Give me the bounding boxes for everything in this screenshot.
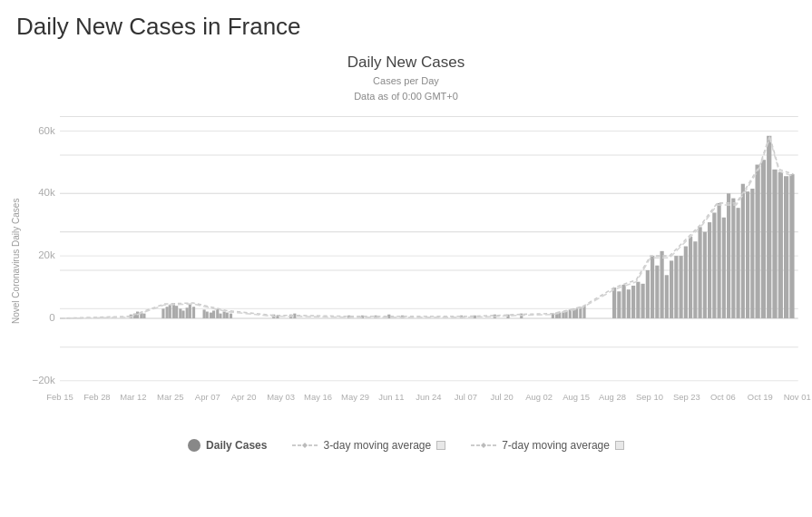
svg-rect-94 [651,256,654,318]
svg-rect-105 [703,232,707,318]
svg-rect-85 [582,306,585,318]
svg-rect-120 [778,172,783,318]
svg-rect-86 [612,288,616,318]
svg-text:40k: 40k [38,187,55,198]
svg-rect-97 [665,275,669,318]
svg-marker-124 [302,443,308,448]
svg-text:May 16: May 16 [304,392,332,402]
svg-text:Feb 15: Feb 15 [46,392,73,402]
svg-text:Sep 10: Sep 10 [636,392,663,402]
svg-text:Apr 20: Apr 20 [231,392,257,402]
svg-rect-91 [636,282,640,318]
svg-rect-59 [223,312,226,318]
svg-rect-112 [737,208,740,318]
svg-text:Aug 15: Aug 15 [563,392,590,402]
y-axis-label: Novel Coronavirus Daily Cases [9,107,22,434]
svg-rect-107 [712,212,716,317]
svg-rect-116 [756,165,760,318]
svg-rect-92 [641,284,645,318]
svg-rect-103 [693,241,697,318]
svg-rect-49 [181,310,184,317]
svg-text:Mar 12: Mar 12 [120,392,146,402]
svg-rect-100 [680,256,683,318]
svg-rect-96 [660,251,664,318]
svg-rect-42 [142,314,145,318]
svg-text:Apr 07: Apr 07 [195,392,220,402]
svg-rect-122 [789,174,794,318]
svg-rect-61 [230,314,232,318]
chart-area: Novel Coronavirus Daily Cases [9,107,803,434]
svg-text:Jun 11: Jun 11 [378,392,404,402]
chart-svg: 60k 40k 20k 0 −20k Feb 15 Feb 28 Mar 12 … [22,107,803,434]
svg-text:Jul 07: Jul 07 [455,392,477,402]
legend-7day-icon [471,440,496,451]
svg-rect-83 [575,308,578,318]
svg-text:Sep 23: Sep 23 [673,392,700,402]
svg-rect-109 [722,218,726,318]
svg-text:Jun 24: Jun 24 [416,392,441,402]
svg-rect-98 [670,260,673,318]
svg-rect-50 [186,307,189,318]
svg-text:60k: 60k [38,125,55,136]
subtitle-line2: Data as of 0:00 GMT+0 [354,91,458,102]
svg-rect-99 [674,256,678,318]
svg-rect-52 [192,307,195,318]
svg-rect-56 [212,310,215,317]
svg-rect-43 [161,308,164,318]
legend-3day: 3-day moving average [292,439,445,452]
svg-text:Oct 06: Oct 06 [710,392,736,402]
svg-rect-58 [219,314,221,318]
legend-7day-label: 7-day moving average [502,439,610,452]
svg-rect-48 [179,308,181,318]
legend-3day-icon [292,440,318,451]
svg-text:0: 0 [49,312,54,323]
legend-3day-square [436,441,445,450]
svg-text:−20k: −20k [32,375,55,385]
legend-7day-square [615,441,624,450]
legend-container: Daily Cases 3-day moving average 7-day m… [9,434,803,455]
svg-rect-57 [216,308,219,318]
chart-subtitle: Cases per Day Data as of 0:00 GMT+0 [9,73,803,103]
svg-rect-114 [746,191,749,318]
svg-rect-45 [169,305,171,318]
svg-text:Nov 01: Nov 01 [784,392,811,402]
svg-rect-95 [655,266,659,318]
svg-rect-90 [631,286,635,318]
legend-daily-cases: Daily Cases [188,439,267,452]
svg-text:Feb 28: Feb 28 [83,392,110,402]
svg-rect-60 [226,313,229,318]
svg-rect-104 [699,227,702,318]
svg-rect-121 [784,176,788,318]
svg-rect-47 [175,306,178,318]
svg-rect-88 [622,285,626,318]
svg-text:Jul 20: Jul 20 [491,392,514,402]
svg-rect-93 [646,270,650,318]
svg-rect-101 [684,247,688,318]
svg-rect-53 [203,309,206,318]
svg-rect-119 [772,170,777,318]
legend-daily-cases-label: Daily Cases [206,439,267,452]
svg-rect-87 [617,291,621,318]
chart-title: Daily New Cases [9,46,803,73]
svg-text:May 03: May 03 [267,392,295,402]
svg-rect-44 [166,307,169,318]
svg-rect-89 [627,289,631,318]
page-title: Daily New Cases in France [0,0,812,46]
subtitle-line1: Cases per Day [373,75,439,86]
svg-rect-113 [741,184,745,318]
svg-rect-118 [767,136,771,318]
chart-container: Daily New Cases Cases per Day Data as of… [0,46,812,491]
svg-text:Aug 28: Aug 28 [599,392,626,402]
svg-rect-106 [708,222,711,318]
svg-rect-115 [750,189,754,318]
chart-inner: 60k 40k 20k 0 −20k Feb 15 Feb 28 Mar 12 … [22,107,803,434]
svg-text:20k: 20k [38,249,55,260]
svg-rect-117 [761,160,766,318]
svg-text:Oct 19: Oct 19 [748,392,773,402]
svg-text:Aug 02: Aug 02 [525,392,553,402]
legend-7day: 7-day moving average [471,439,624,452]
svg-rect-102 [689,237,692,318]
svg-rect-111 [731,199,735,318]
svg-marker-126 [481,443,486,448]
svg-text:May 29: May 29 [341,392,369,402]
